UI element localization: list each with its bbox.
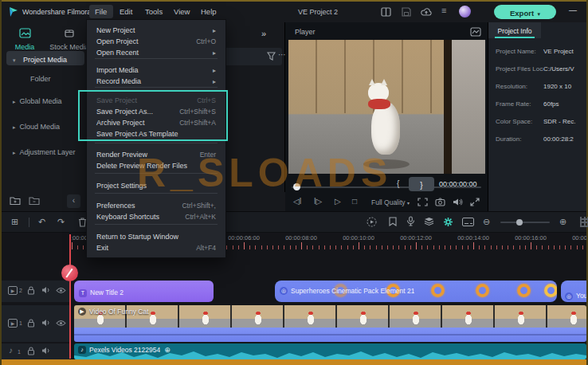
player-panel: Player { } 00:00:00:00 [285,22,488,211]
track-header-video[interactable]: ▶ 1 [2,305,70,342]
menu-item-delete-preview-render-files[interactable]: Delete Preview Render Files [87,160,225,171]
menu-separator [95,87,218,88]
quality-dropdown[interactable]: Full Quality ▾ [371,198,410,206]
mute-icon[interactable] [41,286,51,294]
submenu-arrow-icon: ▸ [213,78,216,85]
save-icon[interactable] [402,7,411,17]
menu-item-return-to-startup-window[interactable]: Return to Startup Window [87,231,225,242]
menu-item-keyboard-shortcuts[interactable]: Keyboard ShortcutsCtrl+Alt+K [87,211,225,222]
zoom-out-icon[interactable]: ⊖ [483,217,490,227]
media-layout-icon[interactable]: ⊞ [11,217,18,227]
video-viewport[interactable] [288,40,485,174]
menu-item-open-project[interactable]: Open ProjectCtrl+O [87,36,225,47]
clip-video-audio-band[interactable] [74,328,586,342]
lock-icon[interactable] [27,286,35,295]
mark-in-button[interactable]: { [397,179,399,188]
marker-icon[interactable] [389,217,397,226]
menu-item-record-media[interactable]: Record Media▸ [87,76,225,87]
voiceover-mic-icon[interactable] [406,216,415,226]
collapse-panel-icon[interactable]: ‹ [67,194,80,208]
tab-project-info[interactable]: Project Info [488,22,541,38]
render-preview-icon[interactable] [424,217,434,226]
menu-item-open-recent[interactable]: Open Recent▸ [87,47,225,58]
mark-out-button[interactable]: } [409,177,434,191]
filter-funnel-icon[interactable] [267,52,276,61]
clip-audio-pexels[interactable]: ♪ Pexels Videos 2122954 ⊕ [74,343,586,359]
video-cat [362,80,413,166]
play-icon[interactable]: ▷ [335,197,341,206]
fullscreen-icon[interactable] [470,198,480,206]
scope-icon[interactable] [470,27,481,37]
project-info-underline [495,37,535,38]
tree-item-project-media[interactable]: ▾ Project Media [6,51,84,65]
track-header-audio[interactable]: ♪ 1 [2,343,70,359]
menu-item-archive-project[interactable]: Archive ProjectCtrl+Shift+A [87,117,225,128]
menu-item-new-project[interactable]: New Project▸ [87,25,225,36]
avatar[interactable] [459,6,471,18]
menu-view[interactable]: View [174,7,190,16]
tree-item-folder[interactable]: Folder [30,75,51,83]
playhead-marker-badge[interactable] [61,265,78,281]
clip-superheroes-element[interactable]: ◎ Superheroes Cinematic Pack Element 21 [275,281,557,302]
delete-folder-icon[interactable] [29,196,40,206]
audio-stretch-icon[interactable] [443,217,453,227]
info-label: Frame Rate: [496,100,531,108]
panel-expand-icon[interactable]: » [261,29,266,38]
menu-item-import-media[interactable]: Import Media▸ [87,65,225,76]
stop-icon[interactable]: □ [352,197,357,206]
menu-help[interactable]: Help [201,7,217,16]
export-button[interactable]: Export ▾ [494,5,556,19]
playhead[interactable] [69,234,71,359]
eye-icon[interactable] [56,320,66,327]
caret-down-icon: ▾ [13,57,16,63]
ruler-label: 00:00:06:00 [228,234,260,241]
stock-media-tab-icon [64,28,75,38]
menu-item-exit[interactable]: ExitAlt+F4 [87,242,225,253]
captions-icon[interactable] [462,218,474,226]
next-frame-icon[interactable]: ǀ▷ [314,197,322,206]
fit-screen-icon[interactable] [417,198,428,206]
track-manager-icon[interactable] [580,217,588,227]
project-title: VE Project 2 [298,8,338,16]
timeline-zoom-slider[interactable] [500,222,550,223]
menu-item-project-settings[interactable]: Project Settings [87,180,225,191]
mute-icon[interactable] [41,347,51,355]
mute-icon[interactable] [41,319,51,327]
tree-item-global-media[interactable]: ▸Global Media [13,92,62,107]
menu-item-save-project[interactable]: Save ProjectCtrl+S [87,95,225,106]
menu-item-render-preview[interactable]: Render PreviewEnter [87,149,225,160]
tree-item-adjustment-layer[interactable]: ▸Adjustment Layer [13,143,76,158]
previous-frame-icon[interactable]: ◁ǀ [293,197,301,206]
clip-effect-2[interactable]: ◎Youd [561,281,586,302]
menu-item-preferences[interactable]: PreferencesCtrl+Shift+, [87,200,225,211]
clip-video-filmstrip[interactable]: ▶ Video Of Funny Cat [74,305,586,328]
menu-item-save-project-as-template[interactable]: Save Project As Template [87,128,225,139]
filmora-window: Wondershare Filmora File Edit Tools View… [0,0,588,365]
snapshot-camera-icon[interactable] [435,198,445,206]
menu-file[interactable]: File [95,7,107,16]
tree-item-cloud-media[interactable]: ▸Cloud Media [13,118,60,132]
menu-item-save-project-as[interactable]: Save Project As...Ctrl+Shift+S [87,106,225,117]
track-header-title[interactable]: ▶ 2 [2,281,70,302]
seek-handle[interactable] [293,183,300,190]
media-tab-label: Media [6,43,43,51]
lock-icon[interactable] [27,319,35,328]
menu-tools[interactable]: Tools [145,7,163,16]
hamburger-menu-icon[interactable]: ≡ [441,6,446,15]
minimize-button[interactable]: — [569,6,577,14]
layout-icon[interactable] [381,7,391,17]
global-media-label: Global Media [20,97,62,105]
menu-edit[interactable]: Edit [120,7,132,16]
redo-icon[interactable]: ↷ [57,217,65,227]
playback-speed-icon[interactable] [367,217,377,227]
eye-icon[interactable] [56,287,66,294]
volume-icon[interactable] [453,198,463,206]
zoom-slider-handle[interactable] [516,219,523,226]
caret-right-icon: ▸ [13,150,16,155]
lock-icon[interactable] [27,347,35,355]
zoom-in-icon[interactable]: ⊕ [559,217,566,227]
new-folder-icon[interactable] [10,196,21,206]
undo-icon[interactable]: ↶ [38,217,45,227]
cloud-upload-icon[interactable] [421,7,432,17]
clip-new-title[interactable]: TNew Title 2 [74,281,214,302]
